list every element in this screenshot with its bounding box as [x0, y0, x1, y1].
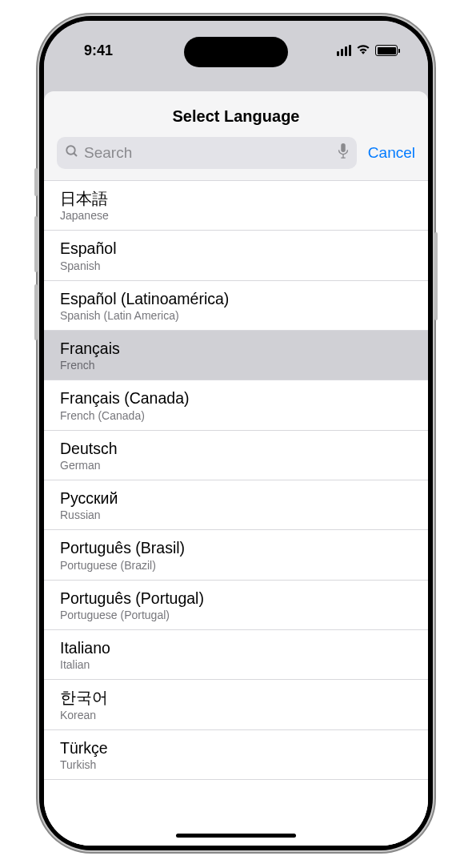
- cancel-button[interactable]: Cancel: [368, 144, 415, 162]
- language-native-label: Русский: [60, 488, 428, 508]
- language-english-label: Spanish: [60, 259, 428, 272]
- language-row[interactable]: TürkçeTurkish: [44, 730, 428, 780]
- cellular-signal-icon: [337, 45, 351, 56]
- volume-down-button: [34, 284, 38, 340]
- language-english-label: Korean: [60, 709, 428, 721]
- silent-switch: [34, 168, 38, 196]
- language-row[interactable]: ItalianoItalian: [44, 630, 428, 680]
- language-native-label: Português (Brasil): [60, 538, 428, 558]
- language-row[interactable]: DeutschGerman: [44, 431, 428, 480]
- language-row[interactable]: FrançaisFrench: [44, 331, 428, 380]
- battery-icon: [375, 45, 398, 56]
- svg-line-1: [74, 153, 77, 156]
- search-icon: [65, 144, 79, 162]
- language-row[interactable]: Português (Brasil)Portuguese (Brazil): [44, 530, 428, 580]
- status-time: 9:41: [84, 42, 113, 59]
- language-english-label: Spanish (Latin America): [60, 309, 428, 322]
- language-native-label: Français: [60, 339, 428, 359]
- language-native-label: Español (Latinoamérica): [60, 289, 428, 309]
- svg-point-0: [66, 146, 75, 155]
- microphone-icon[interactable]: [338, 143, 349, 163]
- language-english-label: Italian: [60, 658, 428, 671]
- volume-up-button: [34, 216, 38, 272]
- language-row[interactable]: Français (Canada)French (Canada): [44, 380, 428, 430]
- language-native-label: 日本語: [60, 189, 428, 209]
- language-native-label: Italiano: [60, 638, 428, 658]
- language-english-label: French: [60, 359, 428, 372]
- language-native-label: Português (Portugal): [60, 589, 428, 609]
- dynamic-island: [184, 37, 288, 67]
- language-native-label: Español: [60, 239, 428, 259]
- search-row: Cancel: [44, 137, 428, 180]
- phone-screen: 9:41 Select Language: [44, 21, 428, 846]
- language-modal-sheet: Select Language Cancel 日本語JapaneseEspaño…: [44, 91, 428, 846]
- search-input[interactable]: [84, 144, 333, 162]
- language-native-label: Deutsch: [60, 439, 428, 459]
- search-field[interactable]: [57, 137, 357, 169]
- phone-frame: 9:41 Select Language: [39, 16, 433, 850]
- language-row[interactable]: РусскийRussian: [44, 480, 428, 530]
- language-row[interactable]: Português (Portugal)Portuguese (Portugal…: [44, 581, 428, 630]
- language-row[interactable]: 한국어Korean: [44, 680, 428, 729]
- language-list[interactable]: 日本語JapaneseEspañolSpanishEspañol (Latino…: [44, 180, 428, 846]
- language-native-label: 한국어: [60, 688, 428, 708]
- language-english-label: Japanese: [60, 209, 428, 222]
- language-native-label: Français (Canada): [60, 388, 428, 408]
- sheet-backdrop: [44, 67, 428, 91]
- wifi-icon: [356, 43, 370, 58]
- home-indicator[interactable]: [176, 834, 296, 838]
- language-row[interactable]: Español (Latinoamérica)Spanish (Latin Am…: [44, 281, 428, 331]
- language-english-label: German: [60, 459, 428, 472]
- language-english-label: Portuguese (Portugal): [60, 609, 428, 621]
- language-english-label: Turkish: [60, 758, 428, 771]
- language-native-label: Türkçe: [60, 738, 428, 758]
- language-english-label: French (Canada): [60, 409, 428, 422]
- status-icons: [337, 43, 398, 58]
- language-english-label: Portuguese (Brazil): [60, 559, 428, 572]
- sheet-header: Select Language: [44, 91, 428, 137]
- language-row[interactable]: EspañolSpanish: [44, 231, 428, 280]
- svg-rect-2: [341, 143, 345, 152]
- power-button: [434, 232, 438, 320]
- language-english-label: Russian: [60, 508, 428, 521]
- language-row[interactable]: 日本語Japanese: [44, 180, 428, 231]
- page-title: Select Language: [44, 107, 428, 126]
